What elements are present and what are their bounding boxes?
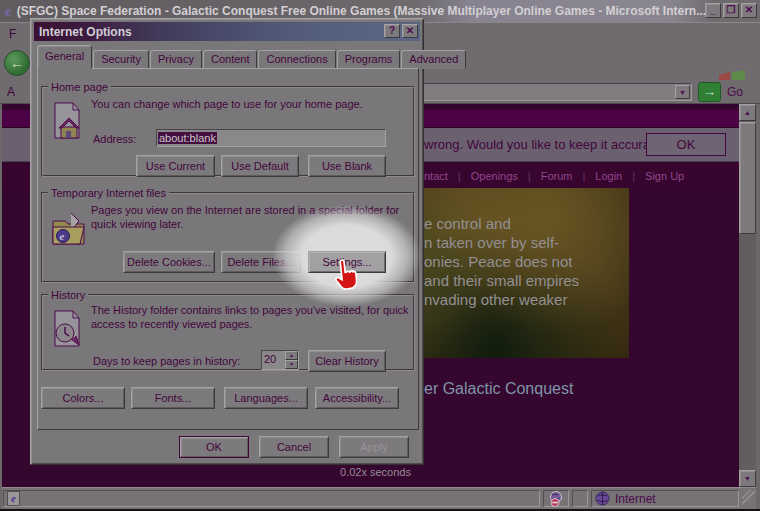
tab-general[interactable]: General xyxy=(37,45,92,69)
browser-window: e (SFGC) Space Federation - Galactic Con… xyxy=(0,0,760,511)
scrollbar-thumb[interactable] xyxy=(739,122,756,234)
scroll-up-icon[interactable]: ▲ xyxy=(739,104,756,121)
svg-text:e: e xyxy=(60,230,65,242)
tab-programs[interactable]: Programs xyxy=(337,50,401,69)
tab-connections[interactable]: Connections xyxy=(258,50,335,69)
use-current-button[interactable]: Use Current xyxy=(136,155,215,177)
story-line: onies. Peace does not xyxy=(424,252,579,271)
back-arrow-icon: ← xyxy=(10,55,24,71)
page-body-text: e control and n taken over by self- onie… xyxy=(424,214,579,309)
accessibility-button[interactable]: Accessibility... xyxy=(315,387,399,409)
history-description: The History folder contains links to pag… xyxy=(91,303,413,331)
internet-globe-icon xyxy=(595,491,610,506)
ie-logo-icon: e xyxy=(5,3,12,20)
temp-files-group: Temporary Internet files e Pages you vie… xyxy=(41,187,415,283)
nav-link[interactable]: Sign Up xyxy=(622,170,684,182)
home-page-icon xyxy=(51,101,85,141)
address-label-fragment: A xyxy=(7,85,15,99)
languages-button[interactable]: Languages... xyxy=(224,387,308,409)
spin-up-icon[interactable]: ▲ xyxy=(285,351,298,360)
tab-content[interactable]: Content xyxy=(203,50,258,69)
story-line: and their small empires xyxy=(424,271,579,290)
close-button[interactable]: ✕ xyxy=(741,3,757,18)
notice-ok-button[interactable]: OK xyxy=(646,133,726,156)
document-icon: e xyxy=(7,491,20,506)
status-zone-label: Internet xyxy=(615,492,656,506)
dialog-help-button[interactable]: ? xyxy=(384,24,400,38)
browser-title: (SFGC) Space Federation - Galactic Conqu… xyxy=(17,4,760,18)
history-group-icon xyxy=(51,309,85,349)
nav-link[interactable]: Forum xyxy=(518,170,573,182)
tab-privacy[interactable]: Privacy xyxy=(150,50,202,69)
settings-button[interactable]: Settings... xyxy=(308,251,386,273)
nav-link[interactable]: Openings xyxy=(448,170,518,182)
internet-options-dialog: Internet Options ? ✕ General Security Pr… xyxy=(30,18,424,465)
tab-security[interactable]: Security xyxy=(93,50,149,69)
clear-history-button[interactable]: Clear History xyxy=(308,350,386,372)
dialog-titlebar[interactable]: Internet Options ? ✕ xyxy=(34,22,420,41)
ok-button[interactable]: OK xyxy=(179,436,249,458)
maximize-button[interactable]: ❐ xyxy=(723,3,739,18)
history-legend: History xyxy=(48,289,88,301)
resize-grip[interactable] xyxy=(742,490,755,507)
use-default-button[interactable]: Use Default xyxy=(221,155,299,177)
history-days-label: Days to keep pages in history: xyxy=(93,355,240,367)
vertical-scrollbar[interactable]: ▲ ▼ xyxy=(739,104,756,487)
colors-button[interactable]: Colors... xyxy=(41,387,125,409)
page-caption: er Galactic Conquest xyxy=(424,380,573,398)
spin-down-icon[interactable]: ▼ xyxy=(285,360,298,369)
tab-advanced[interactable]: Advanced xyxy=(401,50,466,69)
status-empty-panel xyxy=(572,490,588,507)
notice-text: wrong. Would you like to keep it accurat… xyxy=(424,137,668,152)
status-main-panel: e xyxy=(3,490,540,507)
temp-files-icon: e xyxy=(51,211,89,247)
page-timer-text: 0.02x seconds xyxy=(340,466,411,478)
temp-files-description: Pages you view on the Internet are store… xyxy=(91,203,413,231)
story-line: e control and xyxy=(424,214,579,233)
nav-link[interactable]: Login xyxy=(572,170,622,182)
home-page-group: Home page You can change which page to u… xyxy=(41,81,415,177)
delete-cookies-button[interactable]: Delete Cookies... xyxy=(123,251,215,273)
go-label[interactable]: Go xyxy=(727,85,743,99)
blocked-globe-icon xyxy=(547,491,565,507)
home-page-legend: Home page xyxy=(48,81,111,93)
dialog-tabs: General Security Privacy Content Connect… xyxy=(37,47,467,69)
minimize-button[interactable]: _ xyxy=(705,3,721,18)
apply-button[interactable]: Apply xyxy=(339,436,409,458)
home-address-input[interactable]: about:blank xyxy=(156,129,386,147)
use-blank-button[interactable]: Use Blank xyxy=(308,155,386,177)
go-arrow-icon: → xyxy=(703,84,716,99)
home-address-value: about:blank xyxy=(158,132,217,144)
status-bar: e Internet xyxy=(2,487,756,509)
dialog-close-button[interactable]: ✕ xyxy=(402,24,418,38)
file-menu-fragment[interactable]: F xyxy=(9,27,16,41)
go-button[interactable]: → xyxy=(698,82,721,102)
history-days-spinner[interactable]: 20 ▲ ▼ xyxy=(261,350,299,370)
history-days-value: 20 xyxy=(264,353,276,365)
dialog-title: Internet Options xyxy=(34,25,420,39)
address-dropdown-icon[interactable]: ▼ xyxy=(675,85,690,99)
scroll-down-icon[interactable]: ▼ xyxy=(739,470,756,487)
cancel-button[interactable]: Cancel xyxy=(259,436,329,458)
home-page-description: You can change which page to use for you… xyxy=(91,97,413,111)
address-field-label: Address: xyxy=(93,133,136,145)
story-line: n taken over by self- xyxy=(424,233,579,252)
nav-link[interactable]: ntact xyxy=(424,170,448,182)
fonts-button[interactable]: Fonts... xyxy=(131,387,215,409)
delete-files-button[interactable]: Delete Files... xyxy=(221,251,301,273)
temp-files-legend: Temporary Internet files xyxy=(48,187,169,199)
back-button[interactable]: ← xyxy=(4,50,30,76)
status-zone-panel: Internet xyxy=(591,490,739,507)
story-line: nvading other weaker xyxy=(424,290,579,309)
status-blocked-panel xyxy=(543,490,569,507)
history-group: History The History folder contains link… xyxy=(41,289,415,371)
